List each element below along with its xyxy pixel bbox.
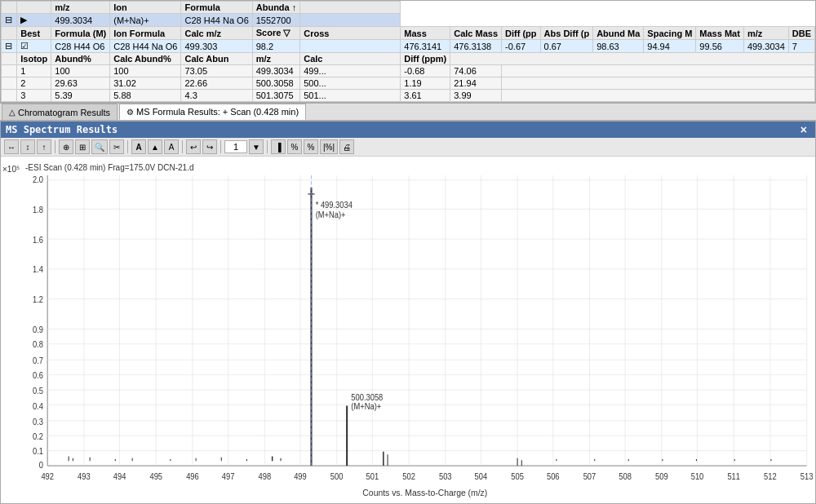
svg-text:0.3: 0.3 [33, 417, 43, 427]
svg-text:Counts vs. Mass-to-Charge (m/z: Counts vs. Mass-to-Charge (m/z) [362, 487, 487, 497]
svg-text:507: 507 [583, 472, 596, 482]
tab-chromatogram[interactable]: △ Chromatogram Results [2, 104, 118, 120]
toolbar-abs-percent[interactable]: |%| [320, 139, 338, 154]
cell-empty [300, 14, 401, 27]
col-formula: Formula [181, 2, 252, 14]
iso3-empty [2, 90, 17, 102]
svg-text:493: 493 [78, 472, 91, 482]
sub-data-row[interactable]: ⊟ ☑ C28 H44 O6 C28 H44 Na O6 499.303 98.… [2, 40, 815, 53]
svg-text:496: 496 [186, 472, 199, 482]
toolbar-zoom-input[interactable] [224, 140, 247, 153]
toolbar-print[interactable]: 🖨 [339, 139, 354, 154]
iso1-isotop: 1 [17, 65, 51, 77]
table-row-main[interactable]: ⊟ ▶ 499.3034 (M+Na)+ C28 H44 Na O6 15527… [2, 14, 815, 27]
arrow-cell[interactable]: ▶ [17, 14, 51, 27]
toolbar-pan-y[interactable]: ↕ [20, 139, 35, 154]
main-data-table: m/z Ion Formula Abunda ↑ ⊟ ▶ 499.3034 (M… [1, 1, 815, 102]
toolbar-zoom-in[interactable]: ⊕ [59, 139, 73, 154]
toolbar-up[interactable]: ↑ [37, 139, 51, 154]
toolbar-percent2[interactable]: % [304, 139, 318, 154]
col-ion: Ion [110, 2, 181, 14]
iso-col-empty [2, 53, 17, 65]
iso1-diff: -0.68 [401, 65, 450, 77]
iso3-calc-abund: 5.88 [110, 90, 181, 102]
iso2-diff: 1.19 [401, 77, 450, 90]
toolbar-sep-1 [55, 140, 55, 153]
toolbar-font-a[interactable]: A [131, 139, 146, 154]
sub-expand-cell[interactable]: ⊟ [2, 40, 17, 53]
sub-mz2: 499.3034 [743, 40, 788, 53]
iso2-spacer [502, 77, 815, 90]
iso3-spacer [502, 90, 815, 102]
sub-spacing: 94.94 [644, 40, 696, 53]
sub-checkbox-cell[interactable]: ☑ [17, 40, 51, 53]
isotope-row-3[interactable]: 3 5.39 5.88 4.3 501.3075 501... 3.61 3.9… [2, 90, 815, 102]
iso2-calc-abund: 31.02 [110, 77, 181, 90]
spectrum-toolbar: ↔ ↕ ↑ ⊕ ⊞ 🔍 ✂ A ▲ A ↩ ↪ ▼ ▐ % % |%| 🖨 [1, 138, 815, 157]
isotope-row-2[interactable]: 2 29.63 31.02 22.66 500.3058 500... 1.19… [2, 77, 815, 90]
iso3-extra: 3.99 [450, 90, 502, 102]
iso1-calc-abund: 100 [110, 65, 181, 77]
sub-col-ion-formula: Ion Formula [110, 27, 181, 40]
sub-col-cross: Cross [300, 27, 401, 40]
sub-header-row: Best Formula (M) Ion Formula Calc m/z Sc… [2, 27, 815, 40]
iso3-calc: 501... [300, 90, 401, 102]
svg-text:504: 504 [475, 472, 488, 482]
sub-col-mz2: m/z [743, 27, 788, 40]
sub-dbe: 7 [788, 40, 814, 53]
spectrum-title: MS Spectrum Results [6, 124, 118, 135]
svg-text:503: 503 [439, 472, 452, 482]
spectrum-titlebar: MS Spectrum Results × [1, 122, 815, 138]
chart-svg: 0 0.1 0.2 0.3 0.4 0.5 0.6 0.7 0.8 0.9 1.… [1, 157, 815, 503]
tab-ms-formula[interactable]: ⚙ MS Formula Results: + Scan (0.428 min) [119, 104, 306, 120]
svg-text:498: 498 [259, 472, 272, 482]
svg-text:505: 505 [511, 472, 524, 482]
cell-formula: C28 H44 Na O6 [181, 14, 252, 27]
svg-text:511: 511 [727, 472, 740, 482]
toolbar-magnify[interactable]: 🔍 [91, 139, 108, 154]
svg-text:1.6: 1.6 [33, 235, 43, 245]
sub-abund-ma: 98.63 [593, 40, 644, 53]
iso3-isotop: 3 [17, 90, 51, 102]
toolbar-undo[interactable]: ↩ [186, 139, 201, 154]
svg-text:(M+Na)+: (M+Na)+ [351, 402, 381, 412]
svg-text:513: 513 [800, 472, 814, 482]
expand-cell[interactable]: ⊟ [2, 14, 17, 27]
svg-text:506: 506 [547, 472, 560, 482]
iso-col-isotop: Isotop [17, 53, 51, 65]
sub-col-dbe: DBE [788, 27, 814, 40]
toolbar-grid[interactable]: ⊞ [75, 139, 90, 154]
toolbar-dropdown[interactable]: ▼ [249, 139, 264, 154]
toolbar-font-a2[interactable]: A [164, 139, 179, 154]
iso2-abund: 29.63 [51, 77, 110, 90]
sub-calc-mz: 499.303 [181, 40, 252, 53]
spectrum-chart: ×10⁵ -ESI Scan (0.428 min) Frag=175.0V D… [1, 157, 815, 503]
toolbar-cut[interactable]: ✂ [109, 139, 124, 154]
toolbar-pan-x[interactable]: ↔ [4, 139, 19, 154]
isotope-row-1[interactable]: 1 100 100 73.05 499.3034 499... -0.68 74… [2, 65, 815, 77]
iso2-extra: 21.94 [450, 77, 502, 90]
sub-col-score: Score ▽ [252, 27, 300, 40]
sub-mass: 476.3141 [401, 40, 450, 53]
iso1-empty [2, 65, 17, 77]
svg-text:0.2: 0.2 [33, 431, 43, 441]
svg-text:1.2: 1.2 [33, 295, 43, 305]
tab-bar: △ Chromatogram Results ⚙ MS Formula Resu… [0, 103, 816, 121]
sub-col-calc-mz: Calc m/z [181, 27, 252, 40]
svg-text:500.3058: 500.3058 [351, 392, 383, 402]
iso2-mz: 500.3058 [252, 77, 300, 90]
svg-text:0.5: 0.5 [33, 386, 43, 396]
toolbar-triangle[interactable]: ▲ [148, 139, 162, 154]
toolbar-percent1[interactable]: % [287, 139, 302, 154]
toolbar-redo[interactable]: ↪ [202, 139, 217, 154]
svg-text:508: 508 [619, 472, 632, 482]
spectrum-panel: MS Spectrum Results × ↔ ↕ ↑ ⊕ ⊞ 🔍 ✂ A ▲ … [0, 121, 816, 504]
col-expand [2, 2, 17, 14]
cell-mz: 499.3034 [51, 14, 110, 27]
spectrum-close-btn[interactable]: × [797, 123, 810, 136]
svg-text:0.4: 0.4 [33, 402, 43, 412]
iso1-abund: 100 [51, 65, 110, 77]
toolbar-bar-chart[interactable]: ▐ [271, 139, 286, 154]
ms-formula-icon: ⚙ [126, 108, 134, 117]
tab-chromatogram-label: Chromatogram Results [18, 108, 110, 117]
